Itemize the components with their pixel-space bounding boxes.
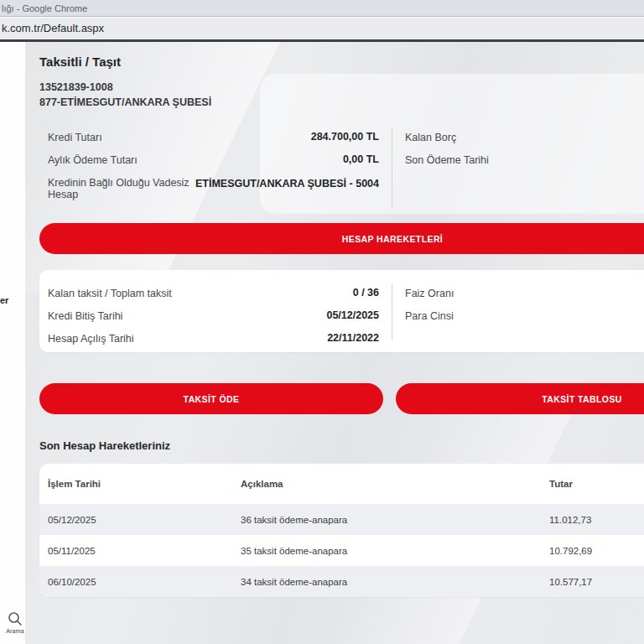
- cell-date: 06/10/2025: [48, 577, 96, 587]
- label-kredi-bitis-tarihi: Kredi Bitiş Tarihi: [48, 310, 122, 322]
- loan-account-number: 13521839-1008: [39, 81, 113, 93]
- cell-description: 35 taksit ödeme-anapara: [241, 546, 347, 556]
- browser-title-bar[interactable]: lığı - Google Chrome: [0, 0, 644, 17]
- value-kredi-bitis-tarihi: 05/12/2025: [165, 309, 379, 321]
- taksit-ode-button[interactable]: TAKSİT ÖDE: [39, 383, 383, 414]
- label-hesap-acilis-tarihi: Hesap Açılış Tarihi: [48, 333, 134, 345]
- cell-date: 05/12/2025: [48, 515, 96, 525]
- value-hesap-acilis-tarihi: 22/11/2022: [165, 332, 379, 344]
- value-kalan-toplam-taksit: 0 / 36: [165, 287, 379, 299]
- summary-panel-background: [260, 74, 644, 214]
- search-label: Arama: [3, 628, 28, 634]
- transactions-table: İşlem Tarihi Açıklama Tutar 05/12/2025 3…: [39, 464, 644, 597]
- label-kredi-tutari: Kredi Tutarı: [48, 132, 102, 143]
- cell-date: 05/11/2025: [48, 546, 96, 556]
- address-bar[interactable]: k.com.tr/Default.aspx: [0, 18, 644, 39]
- table-row[interactable]: 05/12/2025 36 taksit ödeme-anapara 11.01…: [39, 504, 644, 535]
- transactions-header-row: İşlem Tarihi Açıklama Tutar: [39, 464, 644, 504]
- taksit-tablosu-button[interactable]: TAKSİT TABLOSU: [396, 383, 644, 414]
- value-kredi-tutari: 284.700,00 TL: [159, 131, 379, 143]
- value-aylik-odeme-tutari: 0,00 TL: [159, 153, 379, 165]
- transactions-heading: Son Hesap Hareketleriniz: [39, 439, 170, 452]
- taskbar-search[interactable]: Arama: [3, 610, 28, 634]
- label-kalan-borc: Kalan Borç: [405, 132, 456, 143]
- label-para-cinsi: Para Cinsi: [405, 310, 454, 322]
- detail-divider: [392, 283, 392, 340]
- cell-amount: 10.792,69: [549, 546, 592, 556]
- loan-branch: 877-ETİMESGUT/ANKARA ŞUBESİ: [39, 96, 211, 108]
- label-kalan-toplam-taksit: Kalan taksit / Toplam taksit: [48, 288, 172, 299]
- page-title: Taksitli / Taşıt: [39, 55, 121, 69]
- partial-side-tab[interactable]: er: [0, 295, 8, 305]
- search-icon: [3, 610, 28, 627]
- column-islem-tarihi: İşlem Tarihi: [48, 479, 101, 489]
- label-faiz-orani: Faiz Oranı: [405, 288, 454, 299]
- table-row[interactable]: 05/11/2025 35 taksit ödeme-anapara 10.79…: [39, 535, 644, 566]
- window-title: lığı - Google Chrome: [2, 3, 87, 13]
- cell-amount: 11.012,73: [549, 515, 591, 525]
- summary-divider: [392, 127, 392, 208]
- hesap-hareketleri-button[interactable]: HESAP HAREKETLERİ: [39, 223, 644, 254]
- loan-detail-card: Kalan taksit / Toplam taksit 0 / 36 Kred…: [39, 270, 644, 352]
- column-aciklama: Açıklama: [241, 479, 283, 489]
- cell-description: 36 taksit ödeme-anapara: [241, 515, 347, 525]
- label-son-odeme-tarihi: Son Ödeme Tarihi: [405, 154, 489, 166]
- url-text: k.com.tr/Default.aspx: [2, 22, 104, 34]
- cell-amount: 10.577,17: [549, 577, 592, 587]
- value-bagli-vadesiz-hesap: ETİMESGUT/ANKARA ŞUBESİ - 5004: [159, 178, 379, 190]
- left-rail: er Arama: [0, 42, 25, 644]
- cell-description: 34 taksit ödeme-anapara: [241, 577, 347, 587]
- label-aylik-odeme-tutari: Aylık Ödeme Tutarı: [48, 154, 138, 166]
- table-row[interactable]: 06/10/2025 34 taksit ödeme-anapara 10.57…: [39, 566, 644, 597]
- loan-detail-page: Taksitli / Taşıt 13521839-1008 877-ETİME…: [25, 42, 644, 644]
- column-tutar: Tutar: [549, 479, 573, 489]
